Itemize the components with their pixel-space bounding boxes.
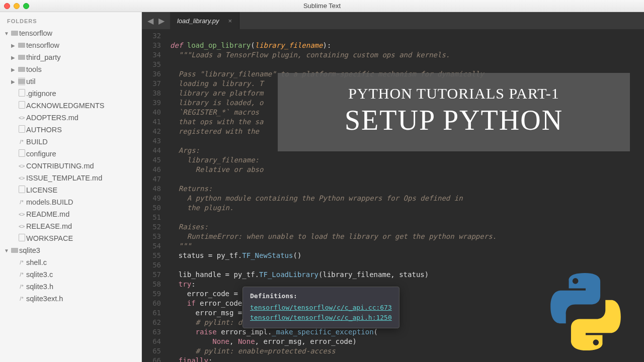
file-item[interactable]: /*sqlite3.c xyxy=(0,268,141,281)
code-line[interactable]: Relative or abso xyxy=(170,165,644,174)
file-item[interactable]: LICENSE xyxy=(0,184,141,196)
code-line[interactable]: finally: xyxy=(170,356,644,362)
folder-item[interactable]: ▶tools xyxy=(0,63,141,75)
code-file-icon: /* xyxy=(17,284,26,290)
disclosure-arrow-icon[interactable]: ▼ xyxy=(4,248,10,253)
markdown-file-icon: <> xyxy=(17,115,26,121)
tab-bar: ◀ ▶ load_library.py × xyxy=(142,12,644,29)
tree-item-label: AUTHORS xyxy=(26,126,62,134)
code-file-icon: /* xyxy=(17,272,26,278)
file-icon xyxy=(17,234,26,243)
python-logo-icon xyxy=(545,272,626,352)
file-item[interactable]: ACKNOWLEDGMENTS xyxy=(0,100,141,112)
code-line[interactable] xyxy=(170,60,644,69)
code-line[interactable]: RuntimeError: when unable to load the li… xyxy=(170,232,644,241)
folder-icon xyxy=(17,53,26,61)
tree-item-label: README.md xyxy=(26,210,69,218)
folder-item[interactable]: ▶tensorflow xyxy=(0,39,141,51)
file-item[interactable]: /*sqlite3ext.h xyxy=(0,293,141,305)
tree-item-label: tools xyxy=(26,65,42,73)
nav-forward-icon[interactable]: ▶ xyxy=(153,12,170,29)
code-line[interactable]: Returns: xyxy=(170,184,644,194)
code-file-icon: /* xyxy=(17,199,26,205)
disclosure-arrow-icon[interactable]: ▶ xyxy=(11,43,17,48)
folder-item[interactable]: ▶third_party xyxy=(0,51,141,63)
tree-item-label: WORKSPACE xyxy=(26,234,73,242)
overlay-title: SETUP PYTHON xyxy=(294,104,614,136)
file-icon xyxy=(17,125,26,134)
code-line[interactable]: def load_op_library(library_filename): xyxy=(170,41,644,50)
tree-item-label: sqlite3 xyxy=(19,246,40,254)
folder-item[interactable]: ▼tensorflow xyxy=(0,27,141,39)
file-icon xyxy=(17,89,26,98)
code-line[interactable] xyxy=(170,174,644,184)
popup-title: Definitions: xyxy=(250,291,392,301)
folder-item[interactable]: ▶util xyxy=(0,75,141,87)
folder-icon xyxy=(17,65,26,73)
tree-item-label: util xyxy=(26,77,36,85)
tree-item-label: configure xyxy=(26,150,56,158)
markdown-file-icon: <> xyxy=(17,211,26,217)
code-line[interactable]: status = py_tf.TF_NewStatus() xyxy=(170,251,644,260)
file-icon xyxy=(17,149,26,158)
file-item[interactable]: configure xyxy=(0,148,141,160)
overlay-subtitle: PYTHON TUTORIALS PART-1 xyxy=(294,85,614,102)
tree-item-label: ADOPTERS.md xyxy=(26,114,78,122)
definition-link[interactable]: tensorflow/tensorflow/c/c_api.cc:673 xyxy=(250,303,392,313)
code-line[interactable]: """ xyxy=(170,241,644,251)
file-item[interactable]: <>README.md xyxy=(0,208,141,220)
tree-item-label: RELEASE.md xyxy=(26,222,72,230)
code-line[interactable] xyxy=(170,31,644,41)
disclosure-arrow-icon[interactable]: ▼ xyxy=(4,31,10,36)
folder-item[interactable]: ▼sqlite3 xyxy=(0,244,141,256)
file-item[interactable]: <>ADOPTERS.md xyxy=(0,112,141,124)
tree-item-label: LICENSE xyxy=(26,186,57,194)
code-line[interactable]: """Loads a TensorFlow plugin, containing… xyxy=(170,50,644,60)
file-icon xyxy=(17,101,26,110)
disclosure-arrow-icon[interactable]: ▶ xyxy=(11,67,17,72)
markdown-file-icon: <> xyxy=(17,175,26,181)
file-item[interactable]: AUTHORS xyxy=(0,124,141,136)
code-line[interactable]: Raises: xyxy=(170,222,644,232)
code-line[interactable] xyxy=(170,213,644,222)
tree-item-label: CONTRIBUTING.md xyxy=(26,162,94,170)
folder-sidebar: FOLDERS ▼tensorflow▶tensorflow▶third_par… xyxy=(0,12,142,362)
file-item[interactable]: <>RELEASE.md xyxy=(0,220,141,232)
file-icon xyxy=(17,186,26,195)
disclosure-arrow-icon[interactable]: ▶ xyxy=(11,79,17,84)
tab-active[interactable]: load_library.py × xyxy=(170,12,239,29)
definitions-popup[interactable]: Definitions: tensorflow/tensorflow/c/c_a… xyxy=(243,287,399,328)
definition-link[interactable]: tensorflow/tensorflow/c/c_api.h:1250 xyxy=(250,313,392,323)
tree-item-label: third_party xyxy=(26,53,61,61)
code-line[interactable]: A python module containing the Python wr… xyxy=(170,194,644,203)
tree-item-label: models.BUILD xyxy=(26,198,73,206)
window-title: Sublime Text xyxy=(0,2,644,10)
disclosure-arrow-icon[interactable]: ▶ xyxy=(11,55,17,60)
tree-item-label: .gitignore xyxy=(26,89,56,98)
line-gutter: 3233343536373839404142434445464748495051… xyxy=(142,29,166,362)
file-item[interactable]: /*shell.c xyxy=(0,256,141,268)
tree-item-label: shell.c xyxy=(26,258,47,266)
file-item[interactable]: /*models.BUILD xyxy=(0,196,141,208)
file-item[interactable]: /*BUILD xyxy=(0,136,141,148)
file-item[interactable]: /*sqlite3.h xyxy=(0,281,141,293)
code-line[interactable]: library_filename: xyxy=(170,155,644,165)
file-item[interactable]: <>ISSUE_TEMPLATE.md xyxy=(0,172,141,184)
file-item[interactable]: .gitignore xyxy=(0,87,141,100)
code-line[interactable]: the plugin. xyxy=(170,203,644,213)
code-line[interactable] xyxy=(170,260,644,270)
code-file-icon: /* xyxy=(17,139,26,145)
tree-item-label: sqlite3.h xyxy=(26,283,53,291)
file-item[interactable]: <>CONTRIBUTING.md xyxy=(0,160,141,172)
markdown-file-icon: <> xyxy=(17,223,26,229)
tree-item-label: BUILD xyxy=(26,138,48,146)
markdown-file-icon: <> xyxy=(17,163,26,169)
tree-item-label: sqlite3ext.h xyxy=(26,295,63,303)
folder-icon xyxy=(17,41,26,49)
close-tab-icon[interactable]: × xyxy=(228,17,232,25)
file-item[interactable]: WORKSPACE xyxy=(0,232,141,244)
window-titlebar: Sublime Text xyxy=(0,0,644,12)
folder-icon xyxy=(10,246,19,254)
tree-item-label: sqlite3.c xyxy=(26,270,53,279)
title-overlay: PYTHON TUTORIALS PART-1 SETUP PYTHON xyxy=(278,73,630,151)
